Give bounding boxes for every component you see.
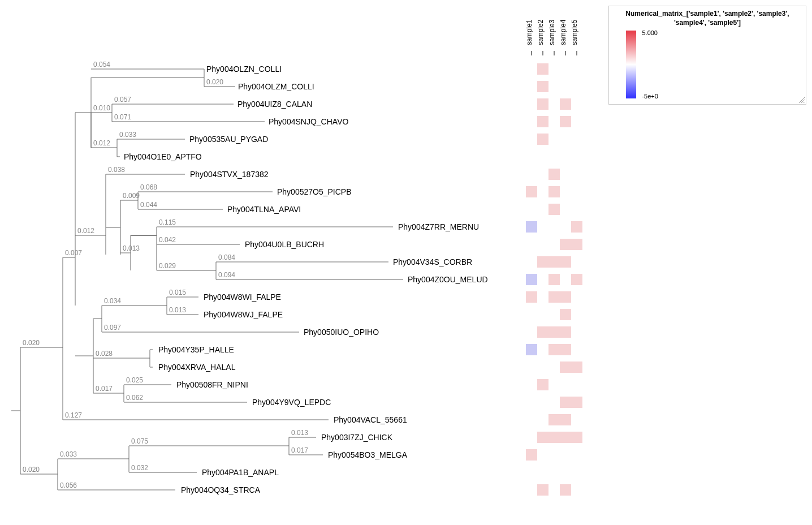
heatmap-cell [548, 256, 560, 268]
heatmap-column-label: sample5 [571, 19, 578, 45]
heatmap-cell [537, 63, 548, 75]
heatmap-cell [548, 291, 560, 303]
heatmap-cell [571, 362, 582, 373]
branch-length-label: 0.097 [104, 324, 121, 332]
branch-length-label: 0.057 [114, 96, 131, 104]
heatmap-cell [526, 449, 537, 461]
heatmap-cell [560, 326, 571, 338]
branch-length-label: 0.009 [123, 192, 140, 200]
heatmap-cell [548, 169, 560, 180]
branch-length-label: 0.029 [159, 262, 176, 270]
leaf-label: Phy004V34S_CORBR [393, 257, 472, 266]
leaf-label: Phy004W8WI_FALPE [204, 292, 281, 302]
branch-length-label: 0.012 [77, 227, 94, 235]
legend-min-label: -5e+0 [642, 93, 658, 100]
branch-length-label: 0.012 [93, 139, 110, 147]
branch-length-label: 0.028 [96, 350, 113, 358]
heatmap-cell [548, 186, 560, 197]
leaf-label: Phy004OQ34_STRCA [181, 485, 261, 494]
branch-length-label: 0.115 [159, 218, 176, 226]
branch-length-label: 0.084 [218, 253, 235, 261]
heatmap-cell [548, 414, 560, 425]
branch-length-label: 0.034 [104, 297, 121, 305]
svg-line-2 [804, 102, 805, 103]
heatmap-cell [526, 291, 537, 303]
leaf-label: Phy004U0LB_BUCRH [245, 240, 324, 249]
legend-color-gradient [626, 31, 636, 98]
legend-panel: Numerical_matrix_['sample1', 'sample2', … [608, 6, 806, 105]
heatmap-cell [560, 239, 571, 250]
leaf-label: Phy003I7ZJ_CHICK [321, 433, 393, 442]
leaf-label: Phy004OLZN_COLLI [206, 64, 282, 74]
heatmap-cell [560, 414, 571, 425]
heatmap-cell [560, 362, 571, 373]
leaf-label: Phy004W8WJ_FALPE [204, 310, 283, 319]
branch-length-label: 0.020 [23, 339, 40, 347]
branch-length-label: 0.025 [126, 376, 143, 384]
leaf-label: Phy004OLZM_COLLI [238, 82, 314, 91]
heatmap-cell [548, 326, 560, 338]
heatmap-cell [526, 274, 537, 285]
resize-handle-icon[interactable] [798, 96, 805, 103]
leaf-label: Phy004VACL_55661 [334, 415, 407, 424]
heatmap-cell [571, 274, 582, 285]
leaf-label: Phy004Z7RR_MERNU [398, 222, 479, 231]
legend-title: Numerical_matrix_['sample1', 'sample2', … [615, 10, 800, 27]
heatmap-cell [537, 432, 548, 443]
leaf-label: Phy004STVX_187382 [190, 170, 269, 179]
heatmap-cell [571, 432, 582, 443]
branch-length-label: 0.044 [140, 201, 157, 209]
leaf-label: Phy004Z0OU_MELUD [408, 275, 488, 284]
heatmap-cell [537, 134, 548, 145]
heatmap-cell [560, 116, 571, 127]
heatmap-cell [548, 432, 560, 443]
heatmap-cell [537, 116, 548, 127]
heatmap-cell [548, 204, 560, 215]
heatmap-cell [526, 186, 537, 197]
heatmap-cell [560, 98, 571, 110]
branch-length-label: 0.017 [96, 385, 113, 393]
branch-length-label: 0.127 [65, 411, 82, 419]
heatmap-cell [526, 221, 537, 233]
leaf-label: Phy00527O5_PICPB [277, 187, 352, 196]
heatmap-cell [560, 309, 571, 320]
heatmap-cell [560, 344, 571, 355]
leaf-label: Phy004PA1B_ANAPL [202, 468, 279, 477]
branch-length-label: 0.075 [131, 437, 148, 445]
leaf-label: Phy00508FR_NIPNI [176, 380, 248, 389]
heatmap-cell [537, 98, 548, 110]
leaf-label: Phy0050IUO_OPIHO [304, 328, 379, 337]
heatmap-cell [571, 397, 582, 408]
branch-length-label: 0.013 [169, 306, 186, 314]
heatmap-column-label: sample2 [537, 19, 545, 45]
heatmap-cell [571, 221, 582, 233]
branch-length-label: 0.062 [126, 394, 143, 402]
branch-length-label: 0.042 [159, 236, 176, 244]
heatmap-cell [560, 432, 571, 443]
branch-length-label: 0.020 [23, 466, 40, 474]
heatmap-cell [560, 484, 571, 496]
leaf-label: Phy004XRVA_HALAL [158, 363, 236, 372]
branch-length-label: 0.033 [119, 131, 136, 139]
branch-length-label: 0.033 [60, 450, 77, 458]
heatmap-cell [548, 274, 560, 285]
heatmap-cell [571, 239, 582, 250]
branch-length-label: 0.013 [291, 429, 308, 437]
branch-length-label: 0.013 [123, 244, 140, 252]
heatmap-cell [560, 256, 571, 268]
branch-length-label: 0.068 [140, 183, 157, 191]
leaf-label: Phy004Y9VQ_LEPDC [252, 398, 331, 407]
branch-length-label: 0.038 [108, 166, 125, 174]
heatmap-cell [548, 344, 560, 355]
branch-length-label: 0.071 [114, 113, 131, 121]
leaf-label: Phy00535AU_PYGAD [189, 135, 268, 144]
leaf-label: Phy004O1E0_APTFO [124, 152, 202, 161]
heatmap-cell [537, 379, 548, 390]
leaf-label: Phy0054BO3_MELGA [328, 450, 408, 459]
heatmap-cell [526, 344, 537, 355]
heatmap-cell [537, 256, 548, 268]
branch-length-label: 0.032 [131, 464, 148, 472]
branch-length-label: 0.017 [291, 446, 308, 454]
leaf-label: Phy004Y35P_HALLE [158, 345, 234, 354]
heatmap-cell [560, 291, 571, 303]
